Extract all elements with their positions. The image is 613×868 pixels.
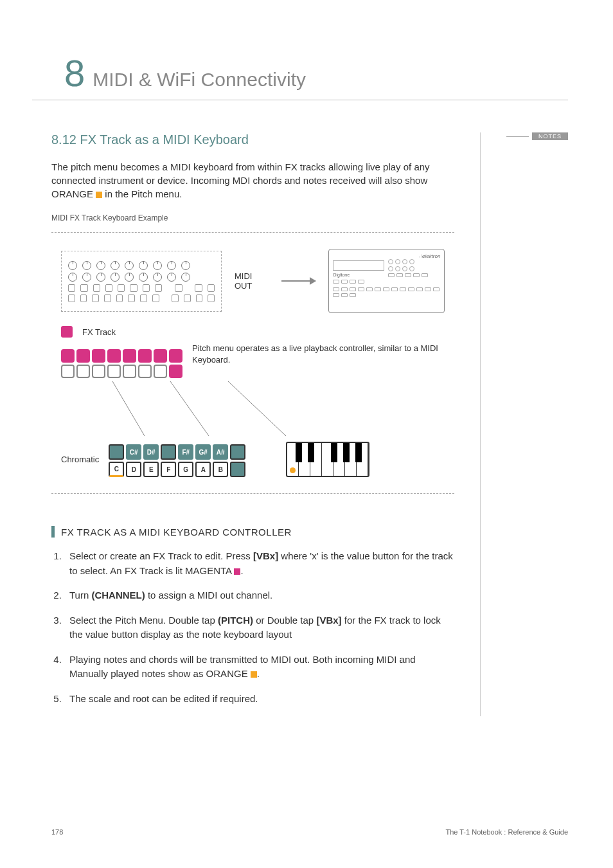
knob-icon — [181, 261, 190, 270]
device-button-icon — [333, 287, 339, 291]
device-button-icon — [140, 294, 147, 302]
fx-track-label: FX Track — [82, 327, 116, 337]
knob-icon — [388, 266, 393, 271]
step-text: Select or create an FX Track to edit. Pr… — [69, 550, 253, 561]
device-button-icon — [341, 280, 348, 284]
knob-icon — [402, 266, 407, 271]
subsection-title: FX TRACK AS A MIDI KEYBOARD CONTROLLER — [61, 527, 292, 538]
device-button-icon — [358, 280, 364, 284]
device-button-icon — [391, 287, 398, 291]
device-button-icon — [92, 294, 99, 302]
device-button-icon — [130, 284, 137, 292]
device-button-icon — [416, 287, 423, 291]
target-device: ∴elektron Digitone — [328, 249, 445, 313]
notes-label: NOTES — [532, 132, 568, 140]
device-button-icon — [208, 284, 215, 292]
notes-column: NOTES — [480, 132, 568, 716]
device-button-icon — [104, 294, 111, 302]
pad-empty-icon — [138, 365, 152, 378]
device-button-icon — [128, 294, 135, 302]
white-key: F — [161, 462, 176, 477]
device-button-icon — [172, 294, 179, 302]
step-text: or Double tap — [253, 615, 316, 626]
step-text: Select the Pitch Menu. Double tap — [69, 615, 218, 626]
knob-icon — [395, 266, 400, 271]
pad-magenta-icon — [169, 365, 182, 378]
black-key: A# — [213, 444, 228, 460]
diagram-caption: MIDI FX Track Keyboard Example — [51, 213, 454, 222]
target-device-name: Digitone — [333, 273, 384, 277]
step-text: Playing notes and chords will be transmi… — [69, 654, 416, 680]
knob-icon — [82, 273, 91, 282]
knob-icon — [111, 261, 120, 270]
page-footer: 178 The T-1 Notebook : Reference & Guide — [51, 828, 568, 836]
step-text: Turn — [69, 590, 91, 601]
device-button-icon — [333, 280, 339, 284]
step-text: . — [257, 668, 260, 679]
device-button-icon — [341, 287, 348, 291]
pad-magenta-icon — [107, 349, 121, 363]
device-button-icon — [152, 294, 159, 302]
knob-icon — [409, 266, 414, 271]
knob-icon — [125, 273, 134, 282]
pad-empty-icon — [107, 365, 121, 378]
black-key: C# — [126, 444, 141, 460]
pad-magenta-icon — [61, 349, 75, 363]
knob-icon — [167, 261, 176, 270]
intro-paragraph: The pitch menu becomes a MIDI keyboard f… — [51, 160, 454, 201]
knob-icon — [125, 261, 134, 270]
device-button-icon — [383, 287, 389, 291]
chromatic-keyboard: Chromatic C# D# F# G# A# C D — [61, 442, 445, 477]
device-button-icon — [375, 287, 381, 291]
device-button-icon — [405, 273, 411, 277]
intro-text-2: in the Pitch menu. — [102, 188, 182, 199]
device-button-icon — [350, 293, 356, 297]
step-key: (CHANNEL) — [91, 590, 145, 601]
pitch-menu-description: Pitch menu operates as a live playback c… — [192, 343, 445, 366]
black-key: D# — [143, 444, 159, 460]
device-button-icon — [350, 280, 356, 284]
step-item: Select or create an FX Track to edit. Pr… — [64, 549, 454, 578]
knob-icon — [181, 273, 190, 282]
device-screen-icon — [333, 260, 384, 271]
white-key: D — [126, 462, 141, 477]
step-key: (PITCH) — [218, 615, 253, 626]
black-key: F# — [178, 444, 193, 460]
pad-empty-icon — [154, 365, 167, 378]
knob-icon — [167, 273, 176, 282]
svg-line-2 — [228, 381, 286, 436]
knob-icon — [68, 261, 77, 270]
step-item: Select the Pitch Menu. Double tap (PITCH… — [64, 613, 454, 642]
steps-list: Select or create an FX Track to edit. Pr… — [51, 549, 454, 706]
pad-magenta-icon — [123, 349, 136, 363]
device-button-icon — [68, 284, 75, 292]
page-number: 178 — [51, 828, 63, 836]
step-text: . — [240, 565, 243, 576]
piano-icon — [286, 442, 369, 477]
device-button-icon — [341, 293, 348, 297]
black-key: G# — [195, 444, 211, 460]
knob-icon — [395, 259, 400, 264]
pad-empty-icon — [76, 365, 90, 378]
knob-icon — [153, 261, 162, 270]
subsection-header: FX TRACK AS A MIDI KEYBOARD CONTROLLER — [51, 526, 454, 538]
device-button-icon — [350, 287, 356, 291]
device-button-icon — [175, 284, 182, 292]
step-item: Playing notes and chords will be transmi… — [64, 653, 454, 682]
step-text: The scale and root can be edited if requ… — [69, 693, 258, 704]
step-text: to assign a MIDI out channel. — [145, 590, 272, 601]
device-button-icon — [195, 284, 202, 292]
arrow-right-icon — [281, 280, 316, 282]
knob-icon — [409, 259, 414, 264]
white-key: G — [178, 462, 193, 477]
black-key — [161, 444, 176, 460]
knob-icon — [153, 273, 162, 282]
step-key: [VBx] — [316, 615, 341, 626]
magenta-square-icon — [234, 568, 240, 575]
svg-line-1 — [170, 381, 209, 436]
knob-icon — [82, 261, 91, 270]
pad-empty-icon — [61, 365, 75, 378]
magenta-pad-icon — [61, 326, 73, 338]
orange-square-icon — [251, 671, 257, 678]
white-key: A — [195, 462, 211, 477]
